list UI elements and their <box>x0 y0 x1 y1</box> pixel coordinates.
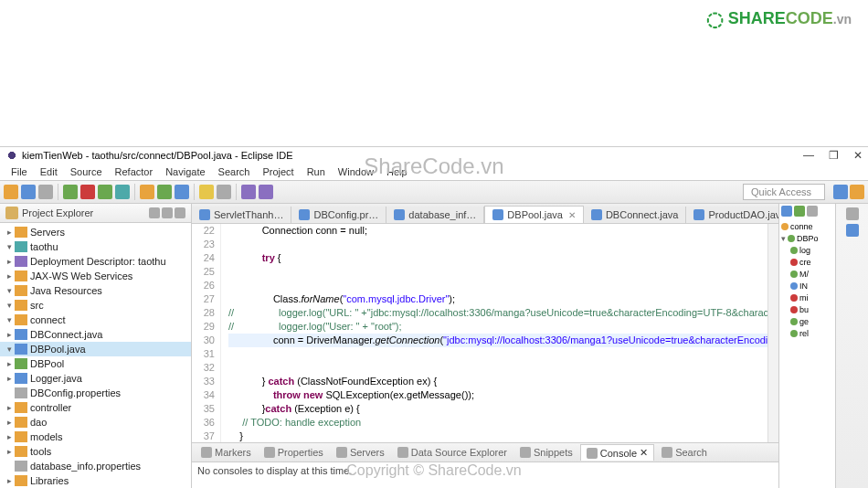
menu-run[interactable]: Run <box>302 164 331 179</box>
bottom-tab-servers[interactable]: Servers <box>331 445 390 460</box>
toggle-icon[interactable] <box>217 185 231 199</box>
twisty-icon[interactable]: ▸ <box>4 228 15 237</box>
editor-tab[interactable]: DBConnect.java <box>584 207 687 223</box>
twisty-icon[interactable]: ▸ <box>4 330 15 339</box>
debug-icon[interactable] <box>98 185 112 199</box>
editor-tab[interactable]: ServletThanh… <box>192 207 291 223</box>
outline-menu-icon[interactable] <box>807 206 818 217</box>
outline-member[interactable]: log <box>781 244 833 256</box>
tree-item[interactable]: ▾connect <box>0 313 191 327</box>
code-line[interactable] <box>228 361 778 375</box>
twisty-icon[interactable]: ▸ <box>4 257 15 266</box>
twisty-icon[interactable]: ▸ <box>4 432 15 441</box>
code-line[interactable]: }catch (Exception e) { <box>228 402 778 416</box>
menu-navigate[interactable]: Navigate <box>160 164 210 179</box>
minimize-button[interactable]: — <box>803 149 814 162</box>
nav-back-icon[interactable] <box>241 185 256 199</box>
tree-item[interactable]: ▸tools <box>0 444 191 459</box>
editor-tab[interactable]: database_inf… <box>386 207 484 223</box>
code-line[interactable] <box>228 279 778 292</box>
outline-member[interactable]: IN <box>781 280 833 292</box>
tree-item[interactable]: ▾Java Resources <box>0 283 191 298</box>
run-icon[interactable] <box>63 185 78 199</box>
bottom-tab-data-source-explorer[interactable]: Data Source Explorer <box>392 445 513 460</box>
tree-item[interactable]: database_info.properties <box>0 459 191 473</box>
code-line[interactable]: } catch (ClassNotFoundException ex) { <box>228 375 778 388</box>
open-type-icon[interactable] <box>175 185 189 199</box>
twisty-icon[interactable]: ▾ <box>4 315 15 324</box>
code-line[interactable]: // logger.log("User: " + "root"); <box>228 320 778 334</box>
nav-fwd-icon[interactable] <box>259 185 273 199</box>
code-editor[interactable]: 222324252627282930313233343536373839 Con… <box>192 224 778 442</box>
outline-member[interactable]: rel <box>781 327 833 339</box>
twisty-icon[interactable]: ▸ <box>4 447 15 456</box>
search-icon[interactable] <box>199 185 214 199</box>
outline-filter-icon[interactable] <box>794 206 805 217</box>
outline-member[interactable]: bu <box>781 303 833 315</box>
twisty-icon[interactable]: ▾ <box>4 286 15 295</box>
menu-help[interactable]: Help <box>381 164 413 179</box>
twisty-icon[interactable]: ▸ <box>4 476 15 485</box>
twisty-icon[interactable]: ▾ <box>4 345 15 354</box>
outline-member[interactable]: ge <box>781 315 833 327</box>
outline-member[interactable]: cre <box>781 256 833 268</box>
twisty-icon[interactable]: ▾ <box>4 242 15 251</box>
twisty-icon[interactable]: ▸ <box>4 374 15 383</box>
new-package-icon[interactable] <box>140 185 154 199</box>
close-icon[interactable]: ✕ <box>640 447 648 459</box>
tree-item[interactable]: ▸DBPool <box>0 356 191 371</box>
code-line[interactable] <box>228 265 778 279</box>
maximize-button[interactable]: ❐ <box>829 149 839 162</box>
run-ext-icon[interactable] <box>115 185 130 199</box>
tree-item[interactable]: ▸Logger.java <box>0 371 191 386</box>
tree-item[interactable]: ▸Servers <box>0 225 191 239</box>
perspective-javaee-icon[interactable] <box>833 185 848 199</box>
tree-item[interactable]: ▸Deployment Descriptor: taothu <box>0 254 191 269</box>
tree-item[interactable]: ▸models <box>0 430 191 444</box>
twisty-icon[interactable]: ▸ <box>4 359 15 368</box>
code-line[interactable]: conn = DriverManager.getConnection("jdbc… <box>228 334 778 347</box>
code-line[interactable]: Class.forName("com.mysql.jdbc.Driver"); <box>228 292 778 306</box>
twisty-icon[interactable]: ▸ <box>4 403 15 412</box>
tree-item[interactable]: ▸controller <box>0 400 191 415</box>
overview-ruler[interactable] <box>767 224 778 442</box>
collapse-all-icon[interactable] <box>149 207 160 218</box>
stop-icon[interactable] <box>80 185 95 199</box>
new-class-icon[interactable] <box>157 185 172 199</box>
bottom-tab-properties[interactable]: Properties <box>259 445 329 460</box>
code-line[interactable]: try { <box>228 251 778 265</box>
twisty-icon[interactable]: ▸ <box>4 271 15 281</box>
bottom-tab-console[interactable]: Console ✕ <box>580 444 654 461</box>
twisty-icon[interactable]: ▾ <box>4 301 15 310</box>
twisty-icon[interactable]: ▸ <box>4 418 15 427</box>
tree-item[interactable]: ▸Libraries <box>0 473 191 488</box>
bottom-tab-markers[interactable]: Markers <box>196 445 257 460</box>
tree-item[interactable]: ▾taothu <box>0 239 191 254</box>
code-line[interactable]: // logger.log("URL: " +"jdbc:mysql://loc… <box>228 306 778 320</box>
perspective-java-icon[interactable] <box>850 185 864 199</box>
close-button[interactable]: ✕ <box>853 149 863 162</box>
bottom-tab-search[interactable]: Search <box>656 445 713 460</box>
menu-project[interactable]: Project <box>257 164 299 179</box>
tree-item[interactable]: ▸dao <box>0 415 191 430</box>
save-icon[interactable] <box>21 185 36 199</box>
editor-tab[interactable]: DBPool.java✕ <box>484 206 584 223</box>
menu-source[interactable]: Source <box>65 164 108 179</box>
quick-access-input[interactable]: Quick Access <box>743 184 825 200</box>
menu-file[interactable]: File <box>5 164 33 179</box>
code-line[interactable]: } <box>228 430 778 442</box>
outline-package[interactable]: conne <box>790 222 813 231</box>
code-line[interactable]: Connection conn = null; <box>228 224 778 238</box>
view-menu-icon[interactable] <box>175 207 185 218</box>
outline-member[interactable]: M/ <box>781 268 833 280</box>
outline-class[interactable]: DBPo <box>797 234 819 243</box>
tree-item[interactable]: DBConfig.properties <box>0 386 191 400</box>
tree-item[interactable]: ▸JAX-WS Web Services <box>0 269 191 283</box>
new-icon[interactable] <box>4 185 18 199</box>
save-all-icon[interactable] <box>38 185 53 199</box>
tree-item[interactable]: ▸DBConnect.java <box>0 327 191 342</box>
bottom-tab-snippets[interactable]: Snippets <box>514 445 578 460</box>
link-editor-icon[interactable] <box>162 207 173 218</box>
outline-sort-icon[interactable] <box>781 206 792 217</box>
tree-item[interactable]: ▾DBPool.java <box>0 342 191 356</box>
